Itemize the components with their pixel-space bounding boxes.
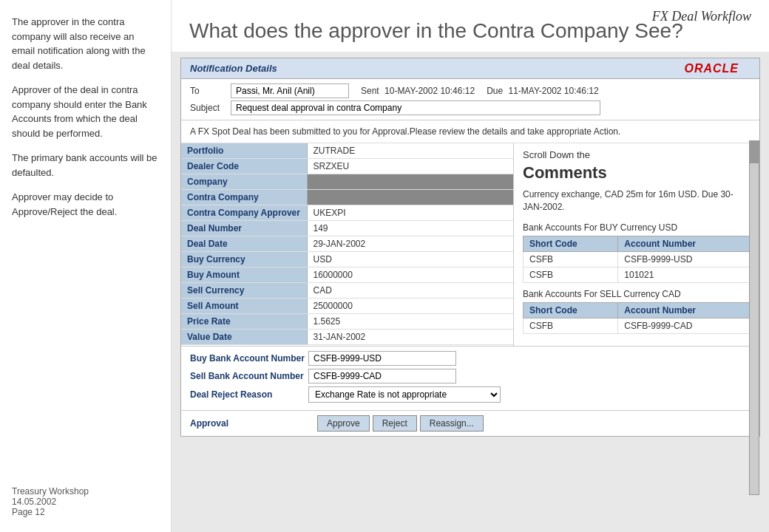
notification-header-bar: Notification Details ORACLE [181, 58, 759, 79]
deal-value-10: 25000000 [307, 299, 513, 314]
sidebar-para-4: Approver may decide to Approve/Reject th… [12, 190, 159, 219]
buy-row-account-1: 101021 [618, 267, 751, 282]
notification-message: A FX Spot Deal has been submitted to you… [181, 120, 759, 143]
subject-label: Subject [190, 103, 231, 113]
deal-label-3: Contra Company [181, 190, 307, 205]
buy-row-shortcode-0: CSFB [524, 251, 618, 267]
bottom-input-1[interactable]: CSFB-9999-CAD [308, 369, 456, 383]
deal-label-4: Contra Company Approver [181, 205, 307, 221]
sell-bank-table: Short Code Account Number CSFBCSFB-9999-… [523, 302, 751, 334]
comments-heading: Comments [523, 163, 751, 183]
subject-row: Subject Request deal approval in contra … [190, 100, 751, 115]
footer-line2: 14.05.2002 [12, 497, 89, 507]
email-fields: To Passi, Mr. Anil (Anil) Sent 10-MAY-20… [181, 79, 759, 120]
buy-row-account-0: CSFB-9999-USD [618, 251, 751, 267]
deal-label-6: Deal Date [181, 236, 307, 252]
deal-label-1: Dealer Code [181, 159, 307, 174]
deal-value-8: 16000000 [307, 267, 513, 283]
bottom-row-0: Buy Bank Account NumberCSFB-9999-USD [190, 351, 751, 366]
approve-button[interactable]: Approve [317, 415, 370, 432]
sell-row-shortcode-0: CSFB [524, 318, 618, 333]
oracle-logo: ORACLE [684, 62, 739, 75]
deal-label-9: Sell Currency [181, 283, 307, 299]
bottom-label-1: Sell Bank Account Number [190, 371, 308, 381]
comments-text: Currency exchange, CAD 25m for 16m USD. … [523, 188, 751, 214]
buy-row-shortcode-1: CSFB [524, 267, 618, 282]
to-label: To [190, 86, 231, 96]
deal-value-12: 31-JAN-2002 [307, 330, 513, 345]
deal-label-0: Portfolio [181, 143, 307, 159]
header-area: FX Deal Workflow What does the approver … [172, 0, 769, 52]
buy-section-title: Bank Accounts For BUY Currency USD [523, 222, 751, 233]
deal-label-8: Buy Amount [181, 267, 307, 283]
sidebar-para-2: Approver of the deal in contra company s… [12, 83, 159, 140]
sell-row-account-0: CSFB-9999-CAD [618, 318, 751, 333]
reassign-button[interactable]: Reassign... [420, 415, 484, 432]
subject-value: Request deal approval in contra Company [231, 100, 600, 115]
action-row: Approval Approve Reject Reassign... [181, 410, 759, 436]
deal-label-7: Buy Currency [181, 252, 307, 267]
sell-col1-header: Short Code [524, 302, 618, 318]
sell-section-title: Bank Accounts For SELL Currency CAD [523, 289, 751, 299]
bottom-row-2: Deal Reject ReasonExchange Rate is not a… [190, 386, 751, 403]
deal-label-12: Value Date [181, 330, 307, 345]
deal-value-4: UKEXPI [307, 205, 513, 221]
bottom-fields: Buy Bank Account NumberCSFB-9999-USDSell… [181, 346, 759, 410]
to-value: Passi, Mr. Anil (Anil) [231, 83, 349, 98]
reject-button[interactable]: Reject [373, 415, 417, 432]
bottom-label-2: Deal Reject Reason [190, 389, 308, 400]
deal-value-5: 149 [307, 221, 513, 236]
two-col-layout: PortfolioZUTRADEDealer CodeSRZXEUCompany… [181, 143, 759, 346]
deal-label-10: Sell Amount [181, 299, 307, 314]
deal-value-1: SRZXEU [307, 159, 513, 174]
bottom-input-0[interactable]: CSFB-9999-USD [308, 351, 456, 366]
due-label: Due 11-MAY-2002 10:46:12 [487, 86, 598, 96]
deal-value-7: USD [307, 252, 513, 267]
sidebar-para-3: The primary bank accounts will be defaul… [12, 151, 159, 180]
deal-value-9: CAD [307, 283, 513, 299]
sidebar-para-1: The approver in the contra company will … [12, 15, 159, 72]
footer-line3: Page 12 [12, 507, 89, 517]
main-content: FX Deal Workflow What does the approver … [172, 0, 769, 532]
sent-label: Sent 10-MAY-2002 10:46:12 [361, 86, 475, 96]
deal-label-11: Price Rate [181, 314, 307, 330]
deal-label-2: Company [181, 174, 307, 190]
deal-table-col: PortfolioZUTRADEDealer CodeSRZXEUCompany… [181, 143, 514, 346]
to-row: To Passi, Mr. Anil (Anil) Sent 10-MAY-20… [190, 83, 751, 98]
content-panel: Notification Details ORACLE To Passi, Mr… [180, 58, 760, 437]
due-value: 11-MAY-2002 10:46:12 [508, 86, 598, 96]
bottom-label-0: Buy Bank Account Number [190, 353, 308, 364]
scrollbar-thumb[interactable] [750, 141, 759, 163]
action-label: Approval [190, 418, 308, 429]
deal-value-6: 29-JAN-2002 [307, 236, 513, 252]
deal-value-0: ZUTRADE [307, 143, 513, 159]
deal-value-2 [307, 174, 513, 190]
sent-value: 10-MAY-2002 10:46:12 [384, 86, 475, 96]
bottom-select-2[interactable]: Exchange Rate is not appropriate [308, 386, 501, 403]
buy-bank-table: Short Code Account Number CSFBCSFB-9999-… [523, 236, 751, 283]
sidebar: The approver in the contra company will … [0, 0, 172, 532]
bottom-row-1: Sell Bank Account NumberCSFB-9999-CAD [190, 369, 751, 383]
deal-label-5: Deal Number [181, 221, 307, 236]
deal-table: PortfolioZUTRADEDealer CodeSRZXEUCompany… [181, 143, 513, 345]
sell-col2-header: Account Number [618, 302, 751, 318]
notification-title: Notification Details [190, 63, 277, 74]
footer-info: Treasury Workshop 14.05.2002 Page 12 [12, 486, 89, 517]
deal-value-3 [307, 190, 513, 205]
scrollbar[interactable] [749, 140, 759, 495]
deal-value-11: 1.5625 [307, 314, 513, 330]
buy-col1-header: Short Code [524, 236, 618, 251]
scroll-label: Scroll Down the [523, 149, 751, 160]
right-col: Scroll Down the Comments Currency exchan… [514, 143, 759, 346]
footer-line1: Treasury Workshop [12, 486, 89, 497]
buy-col2-header: Account Number [618, 236, 751, 251]
brand-logo: FX Deal Workflow [652, 9, 751, 24]
